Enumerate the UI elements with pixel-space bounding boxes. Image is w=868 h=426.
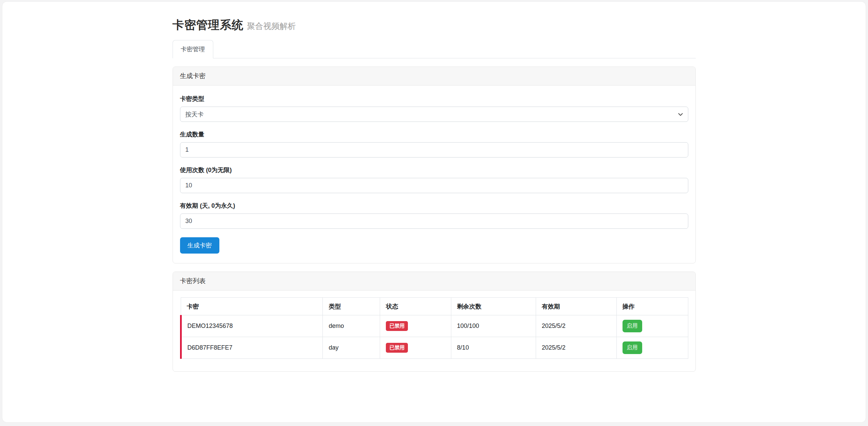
card-table: 卡密 类型 状态 剩余次数 有效期 操作 DEMO12345678 demo xyxy=(180,297,688,359)
list-panel: 卡密列表 卡密 类型 状态 剩余次数 有效期 操作 xyxy=(173,272,696,372)
app-window: 卡密管理系统聚合视频解析 卡密管理 生成卡密 卡密类型 按天卡 xyxy=(2,1,866,423)
generate-panel: 生成卡密 卡密类型 按天卡 生成数量 xyxy=(173,67,696,263)
list-panel-body: 卡密 类型 状态 剩余次数 有效期 操作 DEMO12345678 demo xyxy=(173,291,695,371)
list-panel-header: 卡密列表 xyxy=(173,272,695,291)
page-title-text: 卡密管理系统 xyxy=(173,18,244,31)
usage-count-label: 使用次数 (0为无限) xyxy=(180,166,688,174)
card-table-head: 卡密 类型 状态 剩余次数 有效期 操作 xyxy=(181,298,688,315)
card-key-cell: D6D87FF8EFE7 xyxy=(181,337,323,359)
generate-panel-body: 卡密类型 按天卡 生成数量 使用次数 (0为无限) xyxy=(173,86,695,263)
card-status-cell: 已禁用 xyxy=(380,315,451,337)
card-type-select-wrap: 按天卡 xyxy=(180,107,688,122)
usage-count-group: 使用次数 (0为无限) xyxy=(180,166,688,193)
header-row: 卡密 类型 状态 剩余次数 有效期 操作 xyxy=(181,298,688,315)
col-header-remaining: 剩余次数 xyxy=(451,298,536,315)
enable-button[interactable]: 启用 xyxy=(623,341,642,354)
card-type-cell: day xyxy=(323,337,380,359)
remaining-cell: 8/10 xyxy=(451,337,536,359)
usage-count-input[interactable] xyxy=(180,178,688,193)
card-status-cell: 已禁用 xyxy=(380,337,451,359)
card-table-body: DEMO12345678 demo 已禁用 100/100 2025/5/2 启… xyxy=(181,315,688,359)
col-header-expiry: 有效期 xyxy=(536,298,616,315)
card-type-cell: demo xyxy=(323,315,380,337)
card-type-group: 卡密类型 按天卡 xyxy=(180,95,688,122)
action-cell: 启用 xyxy=(616,315,688,337)
main-container: 卡密管理系统聚合视频解析 卡密管理 生成卡密 卡密类型 按天卡 xyxy=(173,2,696,372)
generate-button[interactable]: 生成卡密 xyxy=(180,237,219,254)
remaining-cell: 100/100 xyxy=(451,315,536,337)
status-badge: 已禁用 xyxy=(386,321,408,331)
generate-count-label: 生成数量 xyxy=(180,130,688,138)
card-type-select[interactable]: 按天卡 xyxy=(180,107,688,122)
validity-label: 有效期 (天, 0为永久) xyxy=(180,202,688,210)
action-cell: 启用 xyxy=(616,337,688,359)
generate-count-input[interactable] xyxy=(180,142,688,158)
enable-button[interactable]: 启用 xyxy=(623,320,642,332)
expiry-cell: 2025/5/2 xyxy=(536,315,616,337)
generate-count-group: 生成数量 xyxy=(180,130,688,158)
table-row: DEMO12345678 demo 已禁用 100/100 2025/5/2 启… xyxy=(181,315,688,337)
page-title: 卡密管理系统聚合视频解析 xyxy=(173,17,696,33)
table-row: D6D87FF8EFE7 day 已禁用 8/10 2025/5/2 启用 xyxy=(181,337,688,359)
col-header-status: 状态 xyxy=(380,298,451,315)
expiry-cell: 2025/5/2 xyxy=(536,337,616,359)
card-type-label: 卡密类型 xyxy=(180,95,688,103)
status-badge: 已禁用 xyxy=(386,343,408,353)
col-header-key: 卡密 xyxy=(181,298,323,315)
col-header-actions: 操作 xyxy=(616,298,688,315)
validity-group: 有效期 (天, 0为永久) xyxy=(180,202,688,229)
page-subtitle: 聚合视频解析 xyxy=(247,21,296,31)
validity-input[interactable] xyxy=(180,214,688,229)
tab-card-management[interactable]: 卡密管理 xyxy=(173,40,213,58)
col-header-type: 类型 xyxy=(323,298,380,315)
card-key-cell: DEMO12345678 xyxy=(181,315,323,337)
generate-panel-header: 生成卡密 xyxy=(173,67,695,86)
tab-bar: 卡密管理 xyxy=(173,40,696,58)
